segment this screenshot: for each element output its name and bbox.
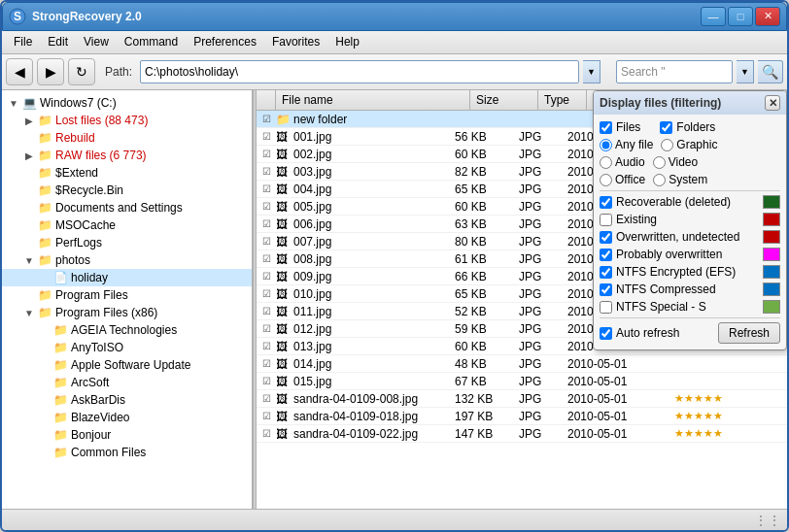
menu-help[interactable]: Help: [327, 33, 367, 50]
tree-item-arcsoft[interactable]: 📁 ArcSoft: [2, 374, 252, 391]
resize-grip[interactable]: ⋮⋮: [754, 513, 781, 528]
radio-system[interactable]: System: [653, 173, 707, 186]
minimize-button[interactable]: —: [701, 7, 726, 26]
tree-label-windows7: Windows7 (C:): [40, 96, 117, 110]
folder-icon-anytoiso: 📁: [52, 340, 68, 355]
file-row[interactable]: ☑🖼014.jpg48 KBJPG2010-05-01: [257, 355, 787, 373]
file-row[interactable]: ☑🖼sandra-04-0109-022.jpg147 KBJPG2010-05…: [257, 425, 787, 443]
compressed-checkbox[interactable]: [600, 283, 612, 296]
path-dropdown[interactable]: ▼: [583, 60, 600, 83]
tree-label-arcsoft: ArcSoft: [71, 376, 109, 389]
tree-label-bonjour: Bonjour: [71, 428, 111, 442]
radio-audio[interactable]: Audio: [600, 155, 645, 169]
tree-item-lost[interactable]: ▶ 📁 Lost files (88 473): [2, 112, 252, 129]
file-row[interactable]: ☑🖼sandra-04-0109-008.jpg132 KBJPG2010-05…: [257, 390, 787, 408]
folder-icon-perflogs: 📁: [37, 235, 52, 250]
status-bar: ⋮⋮: [2, 509, 787, 530]
search-button[interactable]: 🔍: [758, 60, 783, 83]
tree-item-programfiles[interactable]: 📁 Program Files: [2, 286, 252, 304]
special-label: NTFS Special - S: [616, 300, 706, 314]
folder-icon-programfilesx86: 📁: [37, 305, 52, 320]
search-dropdown[interactable]: ▼: [737, 60, 754, 83]
tree-label-programfiles: Program Files: [55, 288, 128, 302]
search-input[interactable]: [616, 60, 733, 83]
menu-command[interactable]: Command: [117, 33, 186, 50]
overwritten-checkbox[interactable]: [600, 231, 612, 244]
efs-checkbox[interactable]: [600, 266, 612, 279]
radio-video[interactable]: Video: [653, 155, 698, 169]
tree-item-windows7[interactable]: ▼ 💻 Windows7 (C:): [2, 94, 252, 112]
radio-anyfile[interactable]: Any file: [600, 138, 653, 151]
tree-item-appleupdate[interactable]: 📁 Apple Software Update: [2, 356, 252, 374]
file-row[interactable]: ☑🖼015.jpg67 KBJPG2010-05-01: [257, 373, 787, 390]
special-checkbox[interactable]: [600, 301, 612, 314]
compressed-color: [763, 283, 780, 296]
tree-item-askbardis[interactable]: 📁 AskBarDis: [2, 391, 252, 409]
folders-label: Folders: [676, 120, 715, 134]
menu-bar: File Edit View Command Preferences Favor…: [2, 31, 787, 54]
tree-item-blazevideo[interactable]: 📁 BlazeVideo: [2, 409, 252, 426]
recoverable-checkbox[interactable]: [600, 196, 612, 209]
tree-panel[interactable]: ▼ 💻 Windows7 (C:) ▶ 📁 Lost files (88 473…: [2, 90, 253, 509]
filter-title-text: Display files (filtering): [600, 96, 721, 110]
filter-row-overwritten: Overwritten, undetected: [600, 230, 780, 244]
back-button[interactable]: ◀: [6, 58, 33, 85]
filter-close-button[interactable]: ✕: [765, 95, 780, 111]
tree-item-commonfiles[interactable]: 📁 Common Files: [2, 444, 252, 461]
tree-label-msocache: MSOCache: [55, 218, 116, 232]
menu-view[interactable]: View: [76, 33, 117, 50]
folder-icon-arcsoft: 📁: [52, 375, 68, 390]
tree-item-srecycle[interactable]: 📁 $Recycle.Bin: [2, 182, 252, 199]
audio-label: Audio: [615, 155, 645, 169]
existing-checkbox[interactable]: [600, 214, 612, 226]
tree-item-bonjour[interactable]: 📁 Bonjour: [2, 426, 252, 444]
expand-icon-windows7: ▼: [6, 98, 21, 109]
maximize-button[interactable]: □: [728, 7, 753, 26]
filter-divider: [600, 190, 780, 191]
tree-item-holiday[interactable]: 📄 holiday: [2, 269, 252, 286]
tree-item-ageia[interactable]: 📁 AGEIA Technologies: [2, 321, 252, 339]
name-newfolder: new folder: [293, 113, 451, 126]
main-area: ▼ 💻 Windows7 (C:) ▶ 📁 Lost files (88 473…: [2, 90, 787, 509]
folder-icon-msocache: 📁: [37, 217, 52, 233]
tree-item-raw[interactable]: ▶ 📁 RAW files (6 773): [2, 147, 252, 164]
col-header-name[interactable]: File name: [276, 90, 470, 110]
file-size: 56 KB: [451, 130, 519, 144]
folder-icon-commonfiles: 📁: [52, 445, 68, 460]
autorefresh-checkbox[interactable]: [600, 327, 612, 340]
close-button[interactable]: ✕: [755, 7, 780, 26]
file-row[interactable]: ☑🖼sandra-04-0109-018.jpg197 KBJPG2010-05…: [257, 408, 787, 425]
path-input[interactable]: [140, 60, 579, 83]
anyfile-label: Any file: [615, 138, 653, 151]
folders-checkbox[interactable]: [660, 121, 672, 134]
radio-office[interactable]: Office: [600, 173, 645, 186]
probably-checkbox[interactable]: [600, 249, 612, 261]
tree-item-anytoiso[interactable]: 📁 AnyToISO: [2, 339, 252, 356]
col-header-type[interactable]: Type: [538, 90, 587, 110]
tree-item-rebuild[interactable]: 📁 Rebuild: [2, 129, 252, 147]
files-checkbox[interactable]: [600, 121, 612, 134]
tree-item-programfilesx86[interactable]: ▼ 📁 Program Files (x86): [2, 304, 252, 321]
recoverable-color: [763, 195, 780, 209]
menu-preferences[interactable]: Preferences: [186, 33, 264, 50]
folder-icon-photos: 📁: [37, 252, 52, 268]
radio-graphic[interactable]: Graphic: [661, 138, 717, 151]
menu-file[interactable]: File: [6, 33, 40, 50]
tree-item-sextend[interactable]: 📁 $Extend: [2, 164, 252, 182]
col-header-size[interactable]: Size: [470, 90, 538, 110]
menu-favorites[interactable]: Favorites: [264, 33, 327, 50]
tree-item-photos[interactable]: ▼ 📁 photos: [2, 251, 252, 269]
folder-icon-docsettings: 📁: [37, 200, 52, 216]
tree-item-docsettings[interactable]: 📁 Documents and Settings: [2, 199, 252, 216]
expand-icon-lost: ▶: [21, 116, 37, 126]
tree-label-docsettings: Documents and Settings: [55, 201, 183, 215]
forward-button[interactable]: ▶: [37, 58, 64, 85]
tree-item-perflogs[interactable]: 📁 PerfLogs: [2, 234, 252, 251]
refresh-button[interactable]: Refresh: [718, 322, 780, 344]
tree-item-msocache[interactable]: 📁 MSOCache: [2, 216, 252, 234]
menu-edit[interactable]: Edit: [40, 33, 76, 50]
folder-icon-lost: 📁: [37, 113, 52, 128]
filter-type-row3: Office System: [600, 173, 780, 186]
refresh-nav-button[interactable]: ↻: [68, 58, 95, 85]
svg-text:S: S: [14, 10, 21, 23]
